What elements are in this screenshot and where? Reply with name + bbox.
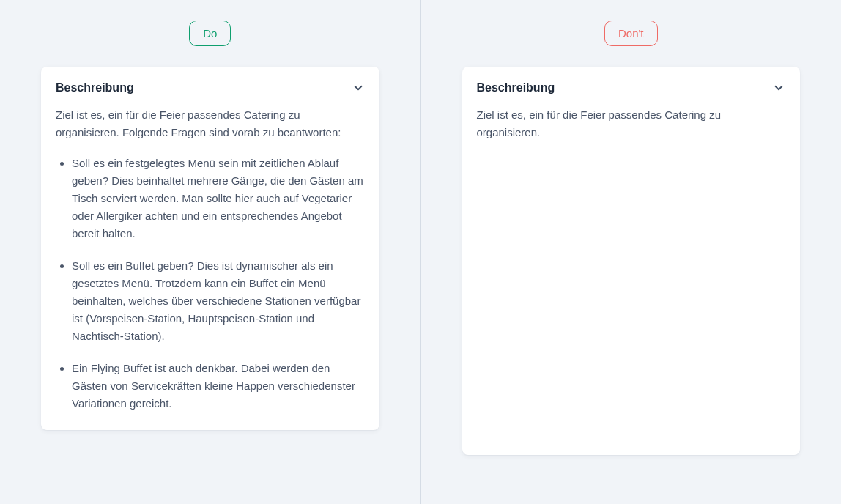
do-card: Beschreibung Ziel ist es, ein für die Fe…: [41, 67, 379, 430]
dont-card-body: Ziel ist es, ein für die Feier passendes…: [477, 106, 786, 141]
list-item: Ein Flying Buffet ist auch denkbar. Dabe…: [72, 360, 365, 412]
dont-column: Don't Beschreibung Ziel ist es, ein für …: [421, 0, 842, 504]
chevron-down-icon: [772, 81, 785, 94]
do-column: Do Beschreibung Ziel ist es, ein für die…: [0, 0, 420, 504]
dont-card-title: Beschreibung: [477, 81, 555, 94]
do-pill-label: Do: [203, 27, 217, 40]
do-card-header[interactable]: Beschreibung: [56, 81, 365, 94]
dont-pill: Don't: [604, 21, 658, 46]
dont-intro-text: Ziel ist es, ein für die Feier passendes…: [477, 106, 786, 141]
dont-card-header[interactable]: Beschreibung: [477, 81, 786, 94]
comparison-container: Do Beschreibung Ziel ist es, ein für die…: [0, 0, 841, 504]
do-intro-text: Ziel ist es, ein für die Feier passendes…: [56, 106, 365, 141]
dont-pill-label: Don't: [618, 27, 644, 40]
dont-card: Beschreibung Ziel ist es, ein für die Fe…: [462, 67, 801, 455]
do-card-body: Ziel ist es, ein für die Feier passendes…: [56, 106, 365, 412]
do-pill: Do: [189, 21, 231, 46]
list-item: Soll es ein festgelegtes Menü sein mit z…: [72, 155, 365, 242]
do-card-title: Beschreibung: [56, 81, 134, 94]
list-item: Soll es ein Buffet geben? Dies ist dynam…: [72, 257, 365, 345]
do-bullet-list: Soll es ein festgelegtes Menü sein mit z…: [56, 155, 365, 412]
chevron-down-icon: [352, 81, 365, 94]
